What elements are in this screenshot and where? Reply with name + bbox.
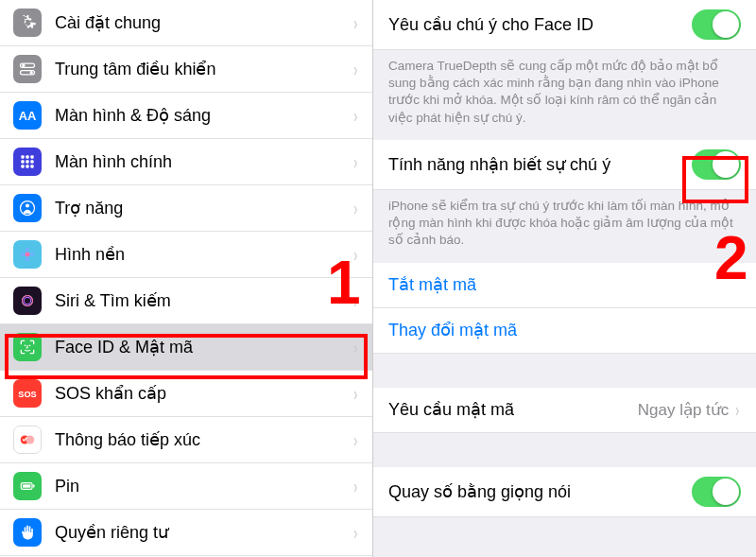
attention-aware-label: Tính năng nhận biết sự chú ý <box>388 154 692 175</box>
sidebar-item-label: Face ID & Mật mã <box>55 337 352 357</box>
chevron-right-icon: › <box>354 522 358 544</box>
svg-rect-13 <box>30 165 33 167</box>
svg-point-18 <box>26 257 29 262</box>
sidebar-item-gear[interactable]: Cài đặt chung› <box>0 0 372 46</box>
sidebar-item-aa[interactable]: AAMàn hình & Độ sáng› <box>0 93 372 139</box>
sidebar-item-grid[interactable]: Màn hình chính› <box>0 139 372 185</box>
svg-rect-32 <box>33 484 35 487</box>
svg-point-15 <box>26 203 29 207</box>
svg-point-26 <box>29 345 31 347</box>
attention-aware-desc: iPhone sẽ kiểm tra sự chú ý trước khi là… <box>373 190 756 263</box>
sidebar-item-sos[interactable]: SOSSOS khẩn cấp› <box>0 371 372 417</box>
svg-rect-12 <box>26 165 28 167</box>
sos-icon: SOS <box>13 379 42 408</box>
turn-off-passcode-button[interactable]: Tắt mật mã <box>373 263 756 308</box>
svg-rect-10 <box>30 160 33 163</box>
sidebar-item-label: Trung tâm điều khiển <box>55 59 352 79</box>
person-icon <box>13 194 42 222</box>
voice-dial-toggle[interactable] <box>692 477 741 507</box>
require-passcode-row[interactable]: Yêu cầu mật mã Ngay lập tức › <box>373 388 756 433</box>
chevron-right-icon: › <box>354 337 358 358</box>
sidebar-item-face[interactable]: Face ID & Mật mã› <box>0 324 372 371</box>
flower-icon <box>13 240 42 269</box>
svg-point-16 <box>26 252 30 257</box>
sidebar-item-person[interactable]: Trợ năng› <box>0 185 372 232</box>
sidebar-item-label: Siri & Tìm kiếm <box>55 290 352 311</box>
sidebar-item-label: Cài đặt chung <box>55 12 352 33</box>
svg-text:AA: AA <box>19 109 37 123</box>
sidebar-item-exposure[interactable]: Thông báo tiếp xúc› <box>0 417 372 463</box>
faceid-passcode-detail: Yêu cầu chú ý cho Face ID Camera TrueDep… <box>373 0 756 557</box>
svg-point-17 <box>26 248 29 252</box>
section-gap <box>373 354 756 388</box>
sidebar-item-label: Hình nền <box>55 244 352 265</box>
sidebar-item-hand[interactable]: Quyền riêng tư› <box>0 510 372 556</box>
aa-icon: AA <box>13 101 42 130</box>
chevron-right-icon: › <box>354 198 358 219</box>
chevron-right-icon: › <box>354 59 358 80</box>
voice-dial-row[interactable]: Quay số bằng giọng nói <box>373 467 756 517</box>
sidebar-item-label: Thông báo tiếp xúc <box>55 429 352 450</box>
exposure-icon <box>13 426 42 454</box>
chevron-right-icon: › <box>354 105 358 127</box>
battery-icon <box>13 472 42 500</box>
svg-rect-7 <box>30 155 33 158</box>
svg-rect-33 <box>23 484 30 487</box>
svg-point-3 <box>30 71 33 74</box>
siri-icon <box>13 287 42 315</box>
svg-point-1 <box>22 64 25 67</box>
attention-aware-toggle[interactable] <box>692 149 741 180</box>
require-passcode-label: Yêu cầu mật mã <box>388 399 638 420</box>
chevron-right-icon: › <box>354 476 358 497</box>
svg-rect-5 <box>21 155 24 158</box>
annotation-number-2: 2 <box>714 223 748 293</box>
attention-faceid-label: Yêu cầu chú ý cho Face ID <box>388 14 692 35</box>
sidebar-item-switches[interactable]: Trung tâm điều khiển› <box>0 46 372 93</box>
settings-sidebar: Cài đặt chung›Trung tâm điều khiển›AAMàn… <box>0 0 373 557</box>
sidebar-item-label: Trợ năng <box>55 198 352 218</box>
svg-text:SOS: SOS <box>18 390 36 399</box>
svg-point-19 <box>21 252 26 256</box>
face-icon <box>13 333 42 361</box>
section-gap <box>373 433 756 467</box>
attention-faceid-row[interactable]: Yêu cầu chú ý cho Face ID <box>373 0 756 50</box>
sidebar-item-label: Quyền riêng tư <box>55 522 352 543</box>
voice-dial-label: Quay số bằng giọng nói <box>388 481 692 502</box>
chevron-right-icon: › <box>354 429 358 451</box>
attention-faceid-toggle[interactable] <box>692 9 741 40</box>
annotation-number-1: 1 <box>327 248 361 318</box>
attention-faceid-desc: Camera TrueDepth sẽ cung cấp một mức độ … <box>373 50 756 140</box>
sidebar-item-label: Màn hình chính <box>55 152 352 172</box>
chevron-right-icon: › <box>736 399 740 421</box>
svg-point-29 <box>26 435 34 444</box>
switches-icon <box>13 55 42 83</box>
sidebar-item-label: Pin <box>55 477 352 496</box>
chevron-right-icon: › <box>354 12 358 34</box>
sidebar-item-battery[interactable]: Pin› <box>0 463 372 510</box>
svg-point-25 <box>25 345 26 347</box>
svg-rect-6 <box>26 155 28 158</box>
svg-rect-9 <box>26 160 28 163</box>
gear-icon <box>13 9 42 37</box>
change-passcode-button[interactable]: Thay đổi mật mã <box>373 308 756 354</box>
require-passcode-value: Ngay lập tức <box>638 400 730 420</box>
attention-aware-row[interactable]: Tính năng nhận biết sự chú ý <box>373 140 756 190</box>
sidebar-item-siri[interactable]: Siri & Tìm kiếm› <box>0 278 372 324</box>
chevron-right-icon: › <box>354 151 358 173</box>
svg-rect-11 <box>21 165 24 167</box>
sidebar-item-label: Màn hình & Độ sáng <box>55 105 352 126</box>
chevron-right-icon: › <box>354 383 358 405</box>
svg-point-20 <box>30 252 35 256</box>
hand-icon <box>13 518 42 547</box>
sidebar-item-flower[interactable]: Hình nền› <box>0 232 372 278</box>
svg-rect-8 <box>21 160 24 163</box>
grid-icon <box>13 148 42 176</box>
sidebar-item-label: SOS khẩn cấp <box>55 383 352 404</box>
svg-point-21 <box>19 292 36 309</box>
